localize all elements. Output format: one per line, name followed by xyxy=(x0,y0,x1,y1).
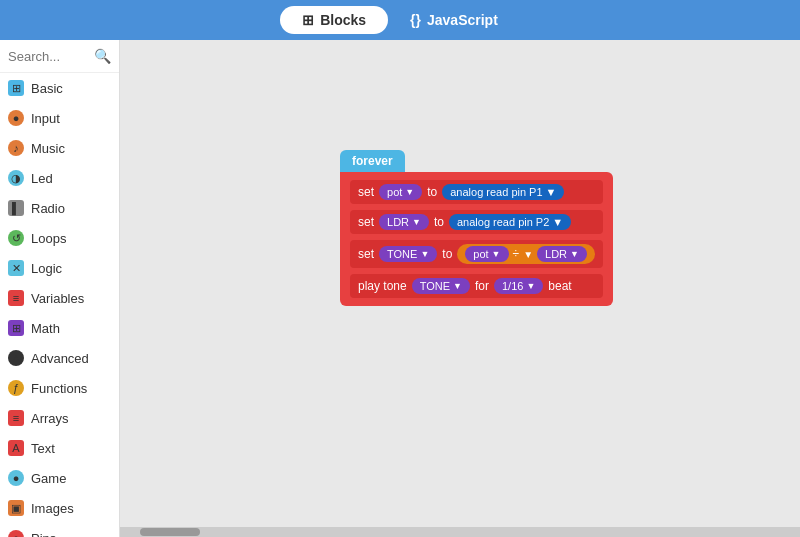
search-input[interactable] xyxy=(8,49,88,64)
music-icon: ♪ xyxy=(8,140,24,156)
sidebar-item-text[interactable]: A Text xyxy=(0,433,119,463)
sidebar-label-basic: Basic xyxy=(31,81,63,96)
basic-icon: ⊞ xyxy=(8,80,24,96)
row3-to: to xyxy=(442,247,452,261)
search-bar: 🔍 xyxy=(0,40,119,73)
sidebar-label-arrays: Arrays xyxy=(31,411,69,426)
block-row-2[interactable]: set LDR ▼ to analog read pin P2 ▼ xyxy=(350,210,603,234)
row3-expr[interactable]: pot ▼ ÷ ▼ LDR ▼ xyxy=(457,244,595,264)
sidebar-label-variables: Variables xyxy=(31,291,84,306)
sidebar-item-basic[interactable]: ⊞ Basic xyxy=(0,73,119,103)
row3-var3[interactable]: LDR ▼ xyxy=(537,246,587,262)
advanced-icon: ▲ xyxy=(8,350,24,366)
radio-icon: ▌ xyxy=(8,200,24,216)
sidebar-item-arrays[interactable]: ≡ Arrays xyxy=(0,403,119,433)
row3-var1[interactable]: TONE ▼ xyxy=(379,246,437,262)
canvas-area[interactable]: forever set pot ▼ to analog read pin P1 … xyxy=(120,40,800,537)
logic-icon: ✕ xyxy=(8,260,24,276)
loops-icon: ↺ xyxy=(8,230,24,246)
sidebar-item-input[interactable]: ● Input xyxy=(0,103,119,133)
math-icon: ⊞ xyxy=(8,320,24,336)
sidebar-label-radio: Radio xyxy=(31,201,65,216)
sidebar-label-input: Input xyxy=(31,111,60,126)
input-icon: ● xyxy=(8,110,24,126)
sidebar-item-loops[interactable]: ↺ Loops xyxy=(0,223,119,253)
block-row-4[interactable]: play tone TONE ▼ for 1/16 ▼ beat xyxy=(350,274,603,298)
sidebar-item-functions[interactable]: ƒ Functions xyxy=(0,373,119,403)
row2-to: to xyxy=(434,215,444,229)
sidebar-label-images: Images xyxy=(31,501,74,516)
sidebar-item-game[interactable]: ● Game xyxy=(0,463,119,493)
sidebar-item-variables[interactable]: ≡ Variables xyxy=(0,283,119,313)
sidebar-label-logic: Logic xyxy=(31,261,62,276)
sidebar-item-radio[interactable]: ▌ Radio xyxy=(0,193,119,223)
row1-func[interactable]: analog read pin P1 ▼ xyxy=(442,184,564,200)
images-icon: ▣ xyxy=(8,500,24,516)
row4-beat[interactable]: 1/16 ▼ xyxy=(494,278,543,294)
pins-icon: ● xyxy=(8,530,24,537)
sidebar-item-pins[interactable]: ● Pins xyxy=(0,523,119,537)
sidebar-label-pins: Pins xyxy=(31,531,56,538)
search-icon[interactable]: 🔍 xyxy=(94,48,111,64)
row1-var1[interactable]: pot ▼ xyxy=(379,184,422,200)
variables-icon: ≡ xyxy=(8,290,24,306)
sidebar-label-music: Music xyxy=(31,141,65,156)
arrays-icon: ≡ xyxy=(8,410,24,426)
row2-set: set xyxy=(358,215,374,229)
sidebar-item-logic[interactable]: ✕ Logic xyxy=(0,253,119,283)
sidebar-label-advanced: Advanced xyxy=(31,351,89,366)
sidebar-label-game: Game xyxy=(31,471,66,486)
row3-var2[interactable]: pot ▼ xyxy=(465,246,508,262)
row2-var1[interactable]: LDR ▼ xyxy=(379,214,429,230)
sidebar-item-music[interactable]: ♪ Music xyxy=(0,133,119,163)
block-body: set pot ▼ to analog read pin P1 ▼ set xyxy=(340,172,613,306)
row4-beat-label: beat xyxy=(548,279,571,293)
sidebar-label-math: Math xyxy=(31,321,60,336)
javascript-tab[interactable]: {} JavaScript xyxy=(388,6,520,34)
blocks-tab-label: Blocks xyxy=(320,12,366,28)
js-icon: {} xyxy=(410,12,421,28)
row2-func[interactable]: analog read pin P2 ▼ xyxy=(449,214,571,230)
blocks-icon: ⊞ xyxy=(302,12,314,28)
game-icon: ● xyxy=(8,470,24,486)
row4-var1[interactable]: TONE ▼ xyxy=(412,278,470,294)
row4-for: for xyxy=(475,279,489,293)
text-icon: A xyxy=(8,440,24,456)
block-editor: forever set pot ▼ to analog read pin P1 … xyxy=(340,150,613,306)
sidebar: 🔍 ⊞ Basic ● Input ♪ Music ◑ Led ▌ Radio … xyxy=(0,40,120,537)
scrollbar-thumb[interactable] xyxy=(140,528,200,536)
block-row-3[interactable]: set TONE ▼ to pot ▼ ÷ ▼ LDR xyxy=(350,240,603,268)
sidebar-item-led[interactable]: ◑ Led xyxy=(0,163,119,193)
sidebar-item-math[interactable]: ⊞ Math xyxy=(0,313,119,343)
sidebar-item-advanced[interactable]: ▲ Advanced xyxy=(0,343,119,373)
row3-set: set xyxy=(358,247,374,261)
main-layout: 🔍 ⊞ Basic ● Input ♪ Music ◑ Led ▌ Radio … xyxy=(0,40,800,537)
row1-set: set xyxy=(358,185,374,199)
block-row-1[interactable]: set pot ▼ to analog read pin P1 ▼ xyxy=(350,180,603,204)
row1-to: to xyxy=(427,185,437,199)
sidebar-label-text: Text xyxy=(31,441,55,456)
blocks-tab[interactable]: ⊞ Blocks xyxy=(280,6,388,34)
header: ⊞ Blocks {} JavaScript xyxy=(0,0,800,40)
row3-op[interactable]: ÷ xyxy=(513,247,520,261)
sidebar-label-loops: Loops xyxy=(31,231,66,246)
forever-block-label[interactable]: forever xyxy=(340,150,405,172)
sidebar-label-functions: Functions xyxy=(31,381,87,396)
row4-play: play tone xyxy=(358,279,407,293)
javascript-tab-label: JavaScript xyxy=(427,12,498,28)
sidebar-label-led: Led xyxy=(31,171,53,186)
sidebar-item-images[interactable]: ▣ Images xyxy=(0,493,119,523)
led-icon: ◑ xyxy=(8,170,24,186)
functions-icon: ƒ xyxy=(8,380,24,396)
horizontal-scrollbar[interactable] xyxy=(120,527,800,537)
